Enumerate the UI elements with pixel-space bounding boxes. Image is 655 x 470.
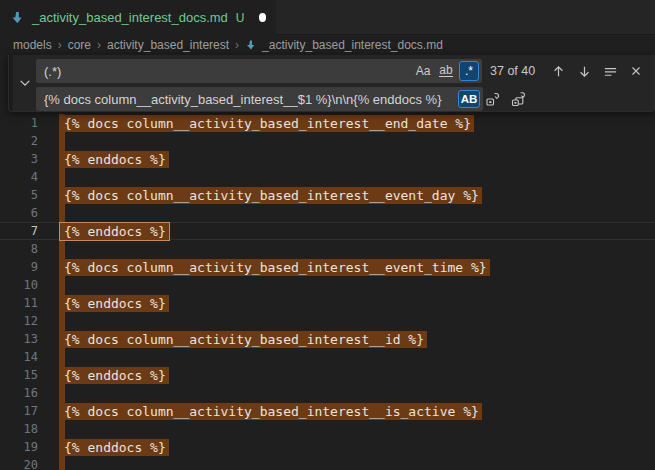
markdown-icon — [245, 39, 257, 51]
line-number: 5 — [0, 188, 38, 202]
line-text: {% enddocs %} — [64, 440, 169, 455]
replace-input[interactable] — [36, 87, 483, 111]
code-line[interactable]: 15{% enddocs %} — [0, 366, 655, 384]
whole-word-icon: ab — [439, 65, 452, 77]
selection-lines-icon — [603, 64, 618, 79]
git-status-badge: U — [236, 11, 245, 25]
find-previous-button[interactable] — [548, 61, 568, 81]
line-text: {% enddocs %} — [64, 224, 169, 239]
code-line[interactable]: 7{% enddocs %} — [0, 222, 655, 240]
find-input-wrapper: Aa ab .* — [36, 59, 482, 83]
chevron-right-icon: › — [58, 38, 62, 52]
preserve-case-button[interactable]: AB — [458, 90, 480, 108]
line-number: 10 — [0, 278, 38, 292]
code-line[interactable]: 6 — [0, 204, 655, 222]
find-in-selection-button[interactable] — [600, 61, 620, 81]
find-match: {% enddocs %} — [60, 367, 169, 384]
preserve-case-icon: AB — [461, 93, 478, 105]
find-replace-widget: Aa ab .* 37 of 40 — [8, 55, 655, 112]
regex-button[interactable]: .* — [459, 61, 479, 81]
line-text: {% docs column__activity_based_interest_… — [64, 188, 482, 203]
line-number: 16 — [0, 386, 38, 400]
line-number: 17 — [0, 404, 38, 418]
find-match: {% docs column__activity_based_interest_… — [60, 115, 474, 132]
line-text: {% enddocs %} — [64, 368, 169, 383]
tab-bar: _activity_based_interest_docs.md U — [0, 0, 655, 35]
line-text: {% docs column__activity_based_interest_… — [64, 404, 482, 419]
breadcrumb-item-core[interactable]: core — [68, 38, 91, 52]
code-line[interactable]: 14 — [0, 348, 655, 366]
code-line[interactable]: 3{% enddocs %} — [0, 150, 655, 168]
line-number: 20 — [0, 458, 38, 470]
code-line[interactable]: 16 — [0, 384, 655, 402]
line-number: 3 — [0, 152, 38, 166]
line-number: 12 — [0, 314, 38, 328]
code-line[interactable]: 2 — [0, 132, 655, 150]
breadcrumb-item-file[interactable]: _activity_based_interest_docs.md — [262, 38, 443, 52]
toggle-replace-button[interactable] — [17, 75, 33, 91]
breadcrumb-item-activity-based-interest[interactable]: activity_based_interest — [107, 38, 229, 52]
code-line[interactable]: 1{% docs column__activity_based_interest… — [0, 114, 655, 132]
chevron-right-icon: › — [235, 38, 239, 52]
line-text: {% enddocs %} — [64, 152, 169, 167]
find-match: {% docs column__activity_based_interest_… — [60, 259, 490, 276]
code-line[interactable]: 19{% enddocs %} — [0, 438, 655, 456]
line-number: 13 — [0, 332, 38, 346]
results-count: 37 of 40 — [490, 64, 535, 78]
line-number: 1 — [0, 116, 38, 130]
line-number: 15 — [0, 368, 38, 382]
close-icon — [629, 64, 643, 78]
arrow-down-icon — [577, 64, 592, 79]
line-number: 11 — [0, 296, 38, 310]
replace-input-wrapper: AB — [36, 87, 483, 111]
replace-button[interactable] — [483, 89, 503, 109]
line-number: 19 — [0, 440, 38, 454]
regex-icon: .* — [465, 64, 473, 78]
line-number: 8 — [0, 242, 38, 256]
breadcrumb-item-models[interactable]: models — [13, 38, 52, 52]
find-match: {% docs column__activity_based_interest_… — [60, 331, 427, 348]
line-number: 7 — [0, 224, 38, 238]
find-match: {% docs column__activity_based_interest_… — [60, 187, 482, 204]
code-line[interactable]: 10 — [0, 276, 655, 294]
match-case-icon: Aa — [416, 64, 431, 78]
code-line[interactable]: 12 — [0, 312, 655, 330]
code-line[interactable]: 20 — [0, 456, 655, 470]
code-line[interactable]: 8 — [0, 240, 655, 258]
line-number: 6 — [0, 206, 38, 220]
code-line[interactable]: 4 — [0, 168, 655, 186]
breadcrumb: models › core › activity_based_interest … — [0, 36, 655, 53]
code-line[interactable]: 17{% docs column__activity_based_interes… — [0, 402, 655, 420]
line-number: 9 — [0, 260, 38, 274]
find-next-button[interactable] — [574, 61, 594, 81]
match-case-button[interactable]: Aa — [413, 61, 433, 81]
chevron-down-icon — [19, 77, 31, 89]
code-line[interactable]: 18 — [0, 420, 655, 438]
line-number: 14 — [0, 350, 38, 364]
code-line[interactable]: 9{% docs column__activity_based_interest… — [0, 258, 655, 276]
line-text: {% docs column__activity_based_interest_… — [64, 260, 490, 275]
chevron-right-icon: › — [97, 38, 101, 52]
line-text: {% enddocs %} — [64, 296, 169, 311]
code-line[interactable]: 5{% docs column__activity_based_interest… — [0, 186, 655, 204]
editor-pane[interactable]: 1{% docs column__activity_based_interest… — [0, 53, 655, 470]
tab-title: _activity_based_interest_docs.md — [32, 10, 228, 25]
find-match: {% enddocs %} — [60, 151, 169, 168]
find-match: {% enddocs %} — [60, 295, 169, 312]
code-line[interactable]: 11{% enddocs %} — [0, 294, 655, 312]
replace-icon — [485, 91, 501, 107]
find-widget-resize-sash[interactable] — [9, 55, 13, 111]
line-text: {% docs column__activity_based_interest_… — [64, 116, 474, 131]
line-text: {% docs column__activity_based_interest_… — [64, 332, 427, 347]
tab-active-file[interactable]: _activity_based_interest_docs.md U — [0, 0, 276, 35]
code-line[interactable]: 13{% docs column__activity_based_interes… — [0, 330, 655, 348]
code-area[interactable]: 1{% docs column__activity_based_interest… — [0, 114, 655, 470]
whole-word-button[interactable]: ab — [436, 61, 456, 81]
find-match: {% docs column__activity_based_interest_… — [60, 403, 482, 420]
dirty-indicator-dot[interactable] — [259, 13, 266, 22]
find-match: {% enddocs %} — [60, 439, 169, 456]
replace-all-button[interactable] — [509, 89, 529, 109]
arrow-up-icon — [551, 64, 566, 79]
markdown-icon — [10, 10, 25, 25]
close-button[interactable] — [626, 61, 646, 81]
